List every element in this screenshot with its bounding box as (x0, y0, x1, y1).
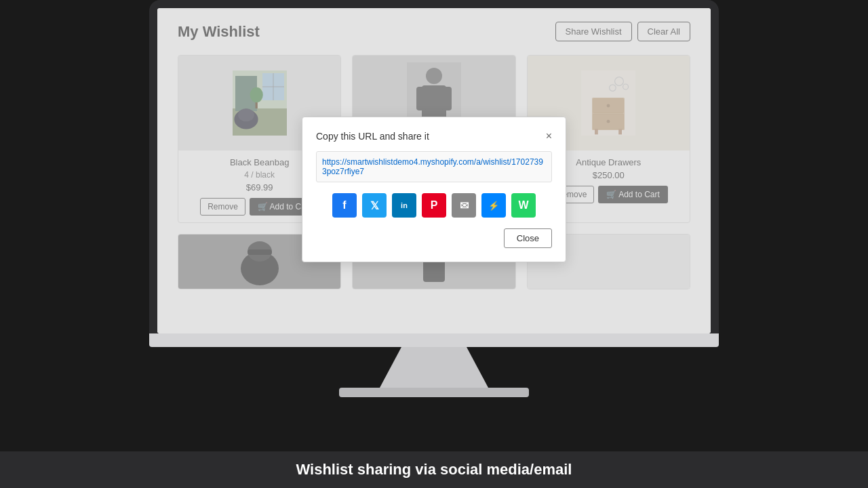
monitor-base (339, 388, 529, 397)
modal-title: Copy this URL and share it (316, 131, 429, 142)
whatsapp-share-button[interactable]: W (511, 193, 536, 218)
monitor-chin (149, 333, 719, 347)
pinterest-icon: P (431, 199, 438, 211)
monitor-stand (380, 347, 488, 388)
social-icons-row: f 𝕏 in P ✉ (316, 193, 552, 218)
share-modal: Copy this URL and share it × https://sma… (302, 117, 566, 262)
modal-header: Copy this URL and share it × (316, 131, 552, 142)
messenger-share-button[interactable]: ⚡ (481, 193, 506, 218)
bottom-bar: Wishlist sharing via social media/email (0, 451, 868, 488)
facebook-icon: f (342, 199, 346, 211)
whatsapp-icon: W (518, 199, 528, 211)
bottom-bar-text: Wishlist sharing via social media/email (296, 461, 572, 478)
monitor-screen: My Wishlist Share Wishlist Clear All (157, 8, 711, 333)
linkedin-icon: in (401, 201, 408, 209)
linkedin-share-button[interactable]: in (392, 193, 416, 218)
email-icon: ✉ (460, 199, 469, 212)
twitter-icon: 𝕏 (370, 199, 379, 212)
twitter-share-button[interactable]: 𝕏 (362, 193, 387, 218)
modal-close-x-button[interactable]: × (546, 131, 552, 142)
monitor: My Wishlist Share Wishlist Clear All (149, 0, 719, 333)
pinterest-share-button[interactable]: P (422, 193, 446, 218)
close-modal-button[interactable]: Close (504, 228, 552, 248)
email-share-button[interactable]: ✉ (452, 193, 476, 218)
share-url[interactable]: https://smartwishlistdemo4.myshopify.com… (316, 151, 552, 182)
messenger-icon: ⚡ (488, 201, 499, 211)
modal-footer: Close (316, 228, 552, 248)
wishlist-page: My Wishlist Share Wishlist Clear All (157, 8, 711, 333)
facebook-share-button[interactable]: f (332, 193, 357, 218)
